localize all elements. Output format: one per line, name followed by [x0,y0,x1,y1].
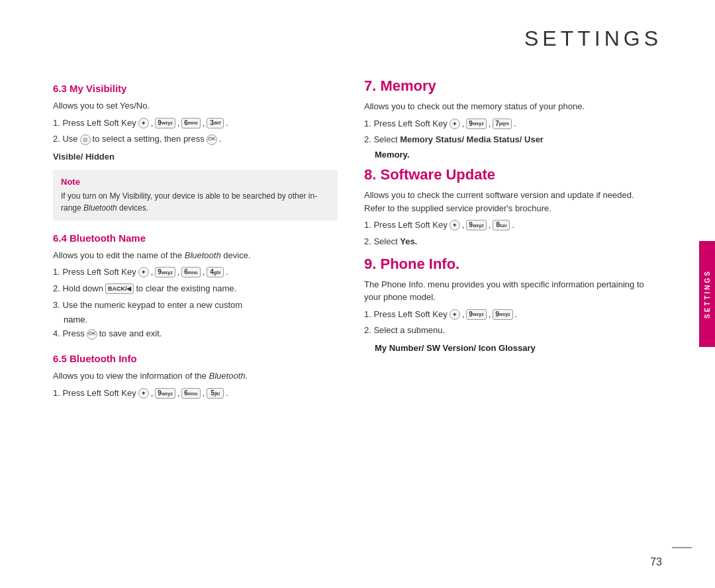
divider-line [672,547,692,548]
back-key-icon: BACK/◀ [105,283,134,294]
soft-key-65-icon: ✦ [138,388,149,399]
section-65-step1: 1. Press Left Soft Key ✦ , 9wxyz , 6mno … [53,387,338,401]
section-63-step1: 1. Press Left Soft Key ✦ , 9wxyz , 6mno … [53,117,338,130]
section-7-heading: 7. Memory [364,77,649,95]
nav-key-icon: ⊙ [80,134,91,145]
section-7-step2-cont: Memory. [364,150,649,160]
section-7: 7. Memory Allows you to check out the me… [364,77,649,160]
soft-key-8-icon: ✦ [450,220,460,230]
key-9wxyz-8: 9wxyz [466,220,486,230]
section-63-step2: 2. Use ⊙ to select a setting, then press… [53,132,338,146]
section-64-step1: 1. Press Left Soft Key ✦ , 9wxyz , 6mno … [53,266,338,279]
content-area: 6.3 My Visibility Allows you to set Yes/… [0,64,715,410]
section-63: 6.3 My Visibility Allows you to set Yes/… [53,83,338,220]
section-8-step2: 2. Select Yes. [364,235,649,249]
section-64: 6.4 Bluetooth Name Allows you to edit th… [53,232,338,342]
section-9: 9. Phone Info. The Phone Info. menu prov… [364,256,649,354]
soft-key-9-icon: ✦ [450,309,460,320]
section-8-desc: Allows you to check the current software… [364,189,649,215]
key-9wxyz-9a: 9wxyz [466,309,486,320]
key-9wxyz-64: 9wxyz [155,267,175,277]
section-63-heading: 6.3 My Visibility [53,83,338,94]
section-64-heading: 6.4 Bluetooth Name [53,232,338,244]
section-7-step2: 2. Select Memory Status/ Media Status/ U… [364,133,649,147]
section-7-desc: Allows you to check out the memory statu… [364,100,649,113]
key-6mno-65: 6mno [181,388,200,399]
section-8-heading: 8. Software Update [364,166,649,183]
soft-key-icon: ✦ [138,118,149,128]
note-box: Note If you turn on My Visibility, your … [53,170,338,220]
note-label: Note [61,177,330,187]
right-column: 7. Memory Allows you to check out the me… [364,71,649,403]
note-text: If you turn on My Visibility, your devic… [61,190,330,214]
section-9-options: My Number/ SW Version/ Icon Glossary [375,343,649,353]
section-65-heading: 6.5 Bluetooth Info [53,353,338,364]
section-65-desc: Allows you to view the information of th… [53,369,338,383]
section-64-step2: 2. Hold down BACK/◀ to clear the existin… [53,282,338,296]
section-64-step3: 3. Use the numeric keypad to enter a new… [53,299,338,313]
soft-key-64-icon: ✦ [138,267,149,277]
section-7-step1: 1. Press Left Soft Key ✦ , 9wxyz , 7pqrs… [364,117,649,131]
section-8-step1: 1. Press Left Soft Key ✦ , 9wxyz , 8tuv … [364,219,649,232]
settings-sidebar-tab: SETTINGS [699,241,715,347]
section-64-step3-cont: name. [53,315,338,324]
section-65: 6.5 Bluetooth Info Allows you to view th… [53,353,338,400]
page-number: 73 [650,556,662,568]
left-column: 6.3 My Visibility Allows you to set Yes/… [53,71,338,403]
section-9-step2: 2. Select a submenu. [364,324,649,338]
page-title: SETTINGS [0,0,715,64]
section-64-step4: 4. Press OK to save and exit. [53,327,338,341]
key-5jkl-65: 5jkl [207,388,224,399]
section-9-heading: 9. Phone Info. [364,256,649,273]
key-7pqrs-7: 7pqrs [493,119,512,129]
section-63-desc: Allows you to set Yes/No. [53,99,338,113]
soft-key-7-icon: ✦ [450,119,460,129]
section-64-desc: Allows you to edit the name of the Bluet… [53,249,338,262]
key-9wxyz-65: 9wxyz [155,388,175,399]
section-9-desc: The Phone Info. menu provides you with s… [364,278,649,304]
key-6mno-64: 6mno [181,267,200,277]
key-8tuv-8: 8tuv [493,220,510,230]
sidebar-label: SETTINGS [704,270,711,318]
key-3def: 3def [207,118,224,128]
section-63-options: Visible/ Hidden [53,150,338,164]
key-9wxyz-9b: 9wxyz [493,309,512,320]
ok-key-64-icon: OK [87,329,97,340]
ok-key-icon: OK [207,134,217,145]
key-9wxyz: 9wxyz [155,118,175,128]
key-6mno: 6mno [181,118,200,128]
key-9wxyz-7: 9wxyz [466,119,486,129]
section-9-step1: 1. Press Left Soft Key ✦ , 9wxyz , 9wxyz… [364,308,649,322]
key-4ghi-64: 4ghi [207,267,224,277]
section-8: 8. Software Update Allows you to check t… [364,166,649,249]
